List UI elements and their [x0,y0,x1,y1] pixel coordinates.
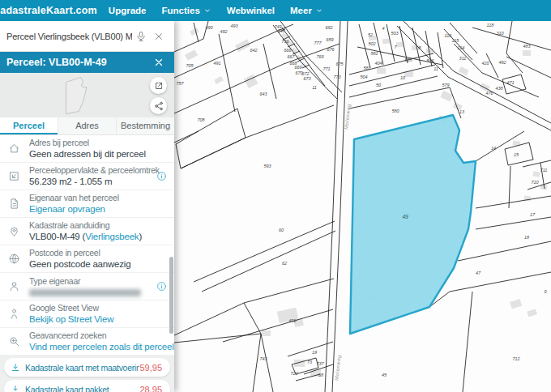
parcel-number-label: 10 [400,75,406,80]
row-postcode: Postcode in perceel Geen postcode aanwez… [0,245,174,273]
parcel-detail-list: Adres bij perceel Geen adressen bij dit … [0,135,174,356]
parcel-number-label: 748 [277,28,285,33]
sidebar-scrollbar[interactable] [169,257,173,356]
row-geavanceerd-zoeken: Geavanceerd zoeken Vind meer percelen zo… [0,328,174,356]
parcel-number-label: 667 [287,54,295,59]
parcel-number-label: 777 [314,40,322,45]
parcel-number-label: 50 [376,83,382,87]
parcel-number-label: 68 [318,373,324,377]
share-icon [154,101,164,111]
parcel-number-label: 711 [540,168,548,173]
parcel-number-label: 666 [284,48,292,53]
parcel-number-label: 505 [404,58,412,62]
tab-bestemming[interactable]: Bestemming [116,117,174,134]
parcel-number-label: 492 [498,60,506,65]
parcel-number-label: 676 [327,47,335,52]
kadastralekaart-app: KadastraleKaart.com Upgrade Functies Web… [0,0,551,392]
area-icon [8,170,29,182]
parcel-number-label: 737 [316,361,324,366]
row-oppervlakte: Perceeloppervlakte & perceelomtrek 56.23… [0,163,174,190]
vierlingsbeek-link[interactable]: Vierlingsbeek [85,232,139,241]
search-input[interactable]: Perceel Vierlingsbeek (VLB00) M 49 [6,32,132,41]
parcel-number-label: 643 [259,92,267,96]
parcel-number-label: 710 [531,180,539,185]
scrollbar-thumb[interactable] [169,257,173,334]
parcel-number-label: 13 [459,109,465,114]
site-logo[interactable]: KadastraleKaart.com [0,5,97,16]
nav-item-webwinkel[interactable]: Webwinkel [227,6,275,15]
external-link-icon [154,81,164,91]
buy-kaart-maatvoering[interactable]: Kadastrale kaart met maatvoering 59,95 [4,358,170,377]
parcel-number-label: 705 [186,63,194,68]
search-plus-icon [8,335,29,347]
parcel-number-label: 580 [391,109,399,113]
microphone-icon[interactable] [132,28,150,45]
parcel-number-label: 15 [514,152,519,157]
chevron-down-icon [315,6,323,15]
parcel-number-label: 404 [374,61,382,66]
info-icon[interactable] [155,170,168,183]
nav-item-upgrade[interactable]: Upgrade [109,6,147,15]
parcel-number-label: 118 [487,23,495,28]
parcel-number-label: 438 [495,86,503,91]
parcel-outline-thumbnail [58,76,96,115]
search-bar[interactable]: Perceel Vierlingsbeek (VLB00) M 49 [0,21,174,52]
parcel-number-label: 4 [382,26,384,31]
parcel-sidebar: Perceel Vierlingsbeek (VLB00) M 49 Perce… [0,21,174,392]
tab-perceel[interactable]: Perceel [0,117,58,134]
parcel-number-label: 52 [368,32,373,37]
parcel-number-label: 506 [426,58,434,63]
parcel-number-label: 673 [303,76,311,81]
cadastral-map[interactable]: 49MolenwegMolenweg4904924937054916427576… [174,21,551,392]
price: 28,95 [139,385,162,392]
nav-item-functies[interactable]: Functies [162,6,211,15]
download-icon [11,385,20,392]
parcel-number-label: 490 [205,25,213,30]
parcel-number-label: 708 [197,117,205,122]
parcel-number-label: 771 [322,66,330,71]
row-eigenaar: Eigenaar van het perceel Eigenaar opvrag… [0,190,174,218]
parcel-number-label: 420 [481,61,489,66]
globe-icon [8,253,29,265]
clear-search-icon[interactable] [150,28,168,45]
share-button[interactable] [150,97,167,114]
parcel-number-label: 582 [370,51,378,56]
parcel-number-label: 659 [326,37,333,42]
parcel-number-label: 14 [491,146,496,151]
parcel-number-label: 114 [458,45,465,50]
panel-tabs: Perceel Adres Bestemming [0,117,174,135]
parcel-number-label: 45 [382,373,387,377]
parcel-number-label: 11 [312,85,317,90]
close-panel-icon[interactable] [150,53,168,71]
parcel-number-label: 483 [523,44,531,49]
parcel-number-label: 593 [263,164,271,168]
row-type-eigenaar: Type eigenaar [0,273,174,300]
redacted-value [29,289,141,296]
street-view-icon [8,308,29,320]
advanced-search-link[interactable]: Vind meer percelen zoals dit perceel [29,341,168,353]
tab-adres[interactable]: Adres [58,117,116,134]
parcel-number-label: 11 [434,66,438,71]
parcel-number-label: 722 [290,371,297,376]
parcel-number-label: 19 [312,350,317,355]
map-marker-icon [8,225,29,237]
street-view-link[interactable]: Bekijk op Street View [29,313,168,326]
parcel-number-label: 60 [279,228,284,232]
parcel-number-label: 669 [294,65,301,70]
parcel-number-label: 712 [512,356,519,361]
open-external-button[interactable] [150,77,167,94]
parcel-number-label: 310 [496,31,504,36]
info-icon[interactable] [155,280,168,293]
parcel-number-label: 47 [476,271,481,275]
parcel-number-label: 642 [250,48,257,53]
parcel-number-label: 18 [524,235,530,240]
nav-menu: Upgrade Functies Webwinkel Meer [109,6,323,15]
eigenaar-opvragen-link[interactable]: Eigenaar opvragen [29,203,168,215]
buy-kaart-pakket[interactable]: Kadastrale kaart pakket 28,95 [4,380,170,392]
parcel-number-label: 476 [485,91,493,96]
parcel-number-label: 491 [213,61,220,66]
parcel-number-label: 115 [452,38,460,43]
nav-item-meer[interactable]: Meer [290,6,323,15]
parcel-number-label: 736 [281,39,289,44]
parcel-number-label: 692 [325,25,332,30]
